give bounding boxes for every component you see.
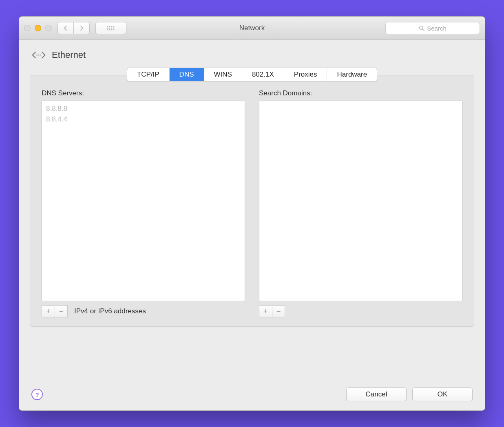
dns-column: DNS Servers: 8.8.8.88.8.4.4 + − IPv4 or … [42, 89, 245, 317]
search-placeholder: Search [427, 25, 447, 32]
svg-point-0 [107, 26, 108, 27]
tab-wins[interactable]: WINS [204, 68, 242, 81]
svg-point-14 [36, 54, 38, 56]
domains-add-remove: + − [259, 305, 285, 317]
svg-point-5 [109, 27, 110, 29]
content-area: Ethernet TCP/IPDNSWINS802.1XProxiesHardw… [19, 40, 485, 410]
interface-name: Ethernet [52, 50, 86, 60]
nav-buttons [57, 22, 90, 34]
svg-point-1 [109, 26, 110, 27]
tab-proxies[interactable]: Proxies [284, 68, 327, 81]
domains-remove-button[interactable]: − [272, 305, 285, 317]
forward-button[interactable] [73, 22, 90, 34]
dns-add-button[interactable]: + [42, 305, 55, 317]
cancel-button[interactable]: Cancel [346, 387, 407, 401]
tab-tcpip[interactable]: TCP/IP [127, 68, 170, 81]
dns-remove-button[interactable]: − [55, 305, 68, 317]
chevron-left-icon [64, 26, 68, 31]
dns-servers-label: DNS Servers: [42, 89, 245, 97]
domains-add-button[interactable]: + [259, 305, 272, 317]
dns-hint: IPv4 or IPv6 addresses [74, 307, 146, 315]
svg-point-16 [40, 54, 42, 56]
close-window-button[interactable] [24, 25, 31, 31]
svg-point-7 [113, 27, 114, 29]
ok-button[interactable]: OK [412, 387, 473, 401]
svg-point-4 [107, 27, 108, 29]
dns-add-remove: + − [42, 305, 68, 317]
dns-panel: DNS Servers: 8.8.8.88.8.4.4 + − IPv4 or … [30, 75, 474, 327]
search-domains-column: Search Domains: + − [259, 89, 462, 317]
grid-icon [106, 25, 115, 31]
search-icon [419, 25, 424, 31]
search-domains-list[interactable] [259, 101, 462, 301]
svg-point-3 [113, 26, 114, 27]
minimize-window-button[interactable] [35, 25, 41, 31]
dns-servers-list[interactable]: 8.8.8.88.8.4.4 [42, 101, 245, 301]
svg-point-8 [107, 29, 108, 30]
dns-entry[interactable]: 8.8.8.8 [46, 103, 241, 114]
svg-line-13 [422, 29, 424, 31]
preferences-window: Network Search Ethernet TCP/IPDNSWINS802… [19, 16, 485, 411]
search-field[interactable]: Search [385, 22, 480, 34]
tab-hardware[interactable]: Hardware [327, 68, 377, 81]
svg-point-11 [113, 29, 114, 30]
svg-point-6 [111, 27, 112, 29]
dns-entry[interactable]: 8.8.4.4 [46, 114, 241, 125]
titlebar: Network Search [19, 17, 485, 40]
svg-point-2 [111, 26, 112, 27]
zoom-window-button[interactable] [45, 25, 52, 31]
footer: ? Cancel OK [30, 379, 474, 410]
svg-point-15 [38, 54, 40, 56]
help-button[interactable]: ? [31, 389, 43, 400]
svg-point-10 [111, 29, 112, 30]
interface-header: Ethernet [31, 50, 474, 60]
tabs: TCP/IPDNSWINS802.1XProxiesHardware [30, 68, 474, 81]
search-domains-label: Search Domains: [259, 89, 462, 97]
tab-8021x[interactable]: 802.1X [242, 68, 284, 81]
ethernet-icon [31, 50, 46, 60]
back-button[interactable] [57, 22, 74, 34]
chevron-right-icon [80, 26, 84, 31]
tab-dns[interactable]: DNS [170, 68, 204, 81]
svg-point-9 [109, 29, 110, 30]
window-control-buttons [24, 25, 52, 31]
show-all-button[interactable] [95, 22, 126, 34]
